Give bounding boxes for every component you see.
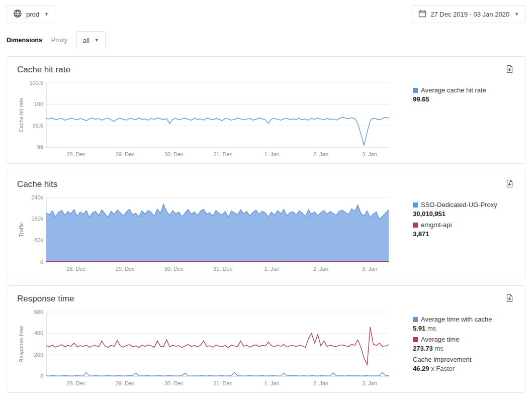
legend-swatch [413,223,418,228]
legend-item: Average time [413,336,515,344]
legend-value: 99.65 [413,95,515,103]
chart-card: Cache hits 080k160k240k28. Dec29. Dec30.… [7,171,525,278]
proxy-label: Proxy [51,37,67,44]
proxy-select[interactable]: all ▼ [76,31,106,49]
svg-text:Cache hit rate: Cache hit rate [18,98,24,132]
legend-swatch [413,317,418,322]
legend-item: Average cache hit rate [413,86,515,94]
chart-plot: 9999.5100100.528. Dec29. Dec30. Dec31. D… [17,79,393,159]
svg-text:3. Jan: 3. Jan [362,151,377,157]
svg-text:2. Jan: 2. Jan [313,380,328,386]
svg-text:400: 400 [34,330,43,336]
svg-text:240k: 240k [31,194,43,200]
legend-swatch [413,337,418,342]
svg-text:31. Dec: 31. Dec [213,380,232,386]
proxy-select-value: all [83,37,90,44]
svg-text:28. Dec: 28. Dec [66,266,85,272]
svg-text:80k: 80k [34,237,43,243]
legend-value: 273.73 ms [413,345,515,353]
chart-card: Response time 020040060028. Dec29. Dec30… [7,285,525,393]
globe-icon [13,9,22,20]
chart-title: Cache hits [17,179,57,189]
date-range-picker[interactable]: 27 Dec 2019 - 03 Jan 2020 ▼ [412,5,525,23]
svg-text:28. Dec: 28. Dec [66,151,85,157]
svg-text:30. Dec: 30. Dec [164,380,184,386]
legend-label: Average time with cache [421,316,492,324]
svg-text:2. Jan: 2. Jan [313,266,328,272]
svg-text:30. Dec: 30. Dec [164,151,184,157]
legend-label: Cache improvement [413,356,471,364]
chart-title: Response time [17,294,74,304]
svg-text:1. Jan: 1. Jan [264,380,280,386]
chart-title: Cache hit rate [17,65,70,75]
svg-text:28. Dec: 28. Dec [66,380,85,386]
chevron-down-icon: ▼ [44,12,49,17]
env-label: prod [26,11,39,18]
chart-plot: 020040060028. Dec29. Dec30. Dec31. Dec1.… [17,308,393,388]
svg-text:29. Dec: 29. Dec [116,380,135,386]
svg-text:31. Dec: 31. Dec [213,151,232,157]
date-range-label: 27 Dec 2019 - 03 Jan 2020 [430,11,509,18]
chart-legend: Average time with cache5.91 msAverage ti… [393,308,515,376]
dimensions-label: Dimensions [7,37,42,44]
legend-value: 5.91 ms [413,325,515,333]
svg-text:2. Jan: 2. Jan [313,151,328,157]
legend-item: SSO-Dedicated-UG-Proxy [413,201,515,209]
svg-text:600: 600 [34,309,43,315]
env-selector[interactable]: prod ▼ [7,5,55,23]
export-report-icon[interactable] [504,293,515,305]
top-toolbar: prod ▼ 27 Dec 2019 - 03 Jan 2020 ▼ [0,0,532,23]
svg-text:Response time: Response time [18,326,24,362]
svg-text:30. Dec: 30. Dec [164,266,184,272]
svg-text:100: 100 [34,101,43,107]
export-report-icon[interactable] [504,64,515,76]
svg-text:99: 99 [37,144,43,150]
legend-value: 3,871 [413,230,515,238]
svg-text:Traffic: Traffic [18,222,24,237]
svg-text:100.5: 100.5 [29,80,43,86]
svg-text:99.5: 99.5 [33,123,43,129]
svg-text:1. Jan: 1. Jan [264,266,280,272]
legend-swatch [413,202,418,207]
dimensions-bar: Dimensions Proxy all ▼ [0,23,532,53]
legend-value: 30,010,951 [413,210,515,218]
legend-label: SSO-Dedicated-UG-Proxy [421,201,497,209]
svg-text:31. Dec: 31. Dec [213,266,232,272]
export-report-icon[interactable] [504,178,515,191]
legend-label: Average time [421,336,459,344]
legend-label: Average cache hit rate [421,86,486,94]
chevron-down-icon: ▼ [514,12,519,17]
legend-item: Cache improvement [413,356,515,364]
legend-item: emgmt-api [413,221,515,229]
legend-label: emgmt-api [421,221,452,229]
svg-text:200: 200 [34,352,43,358]
svg-text:0: 0 [40,259,43,265]
legend-swatch [413,88,418,93]
chevron-down-icon: ▼ [95,38,99,43]
chart-legend: SSO-Dedicated-UG-Proxy30,010,951emgmt-ap… [393,193,515,241]
chart-card: Cache hit rate 9999.5100100.528. Dec29. … [7,56,525,164]
svg-text:1. Jan: 1. Jan [264,151,280,157]
charts-container: Cache hit rate 9999.5100100.528. Dec29. … [0,56,532,393]
legend-value: 46.29 x Faster [413,365,515,373]
svg-text:0: 0 [40,373,43,379]
svg-text:160k: 160k [31,216,43,222]
svg-text:3. Jan: 3. Jan [362,266,377,272]
svg-text:3. Jan: 3. Jan [362,380,377,386]
chart-plot: 080k160k240k28. Dec29. Dec30. Dec31. Dec… [17,193,393,274]
svg-text:29. Dec: 29. Dec [116,151,135,157]
chart-legend: Average cache hit rate99.65 [393,79,515,107]
svg-text:29. Dec: 29. Dec [116,266,135,272]
calendar-icon [418,10,426,19]
legend-item: Average time with cache [413,316,515,324]
